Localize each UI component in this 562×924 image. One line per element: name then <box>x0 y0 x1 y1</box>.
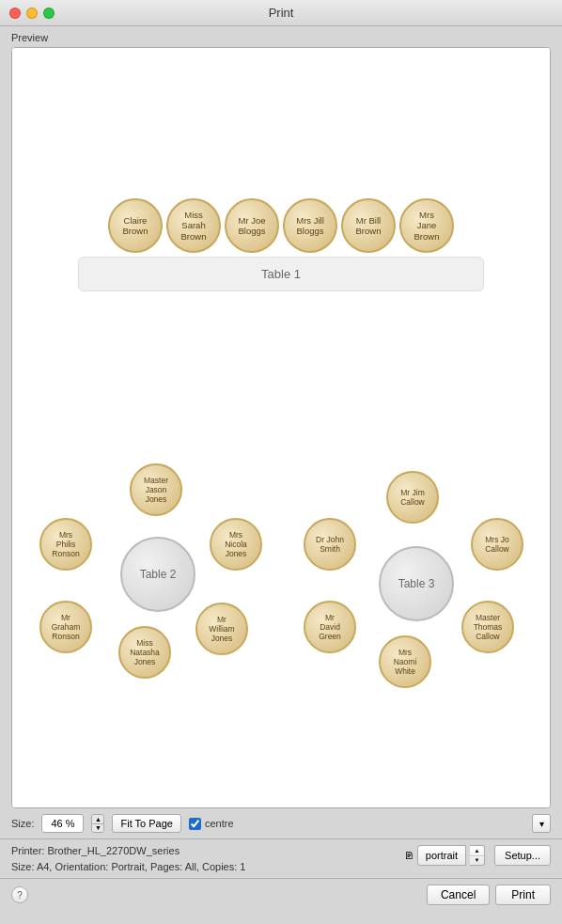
size-label: Size: <box>11 818 34 829</box>
help-button[interactable]: ? <box>11 886 28 903</box>
window-title: Print <box>269 6 294 20</box>
seat-mr-jim-callow: Mr JimCallow <box>386 471 439 524</box>
size-stepper[interactable]: ▲ ▼ <box>91 814 104 833</box>
table1-seats-row: ClaireBrown MissSarahBrown Mr JoeBloggs … <box>78 198 484 253</box>
dropdown-button[interactable]: ▾ <box>532 814 551 833</box>
seat-mr-william-jones: MrWilliamJones <box>195 603 248 655</box>
table1-section: ClaireBrown MissSarahBrown Mr JoeBloggs … <box>78 198 484 291</box>
seat-mrs-nicola-jones: MrsNicolaJones <box>210 518 262 571</box>
centre-label: centre <box>205 818 234 829</box>
seat-mrs-jo-callow: Mrs JoCallow <box>471 518 523 571</box>
size-controls-row: Size: ▲ ▼ Fit To Page centre ▾ <box>0 808 562 838</box>
size-input[interactable] <box>41 814 84 833</box>
seat-mr-graham-ronson: MrGrahamRonson <box>39 601 92 653</box>
seat-dr-john-smith: Dr JohnSmith <box>304 518 356 571</box>
maximize-button[interactable] <box>43 8 55 19</box>
printer-line2: Size: A4, Orientation: Portrait, Pages: … <box>11 859 245 875</box>
seat-mrs-naomi-white: MrsNaomiWhite <box>379 635 431 688</box>
seat-master-thomas-callow: MasterThomasCallow <box>461 601 514 653</box>
table2-section: Table 2 MasterJasonJones MrsNicolaJones … <box>36 433 261 697</box>
table1-label: Table 1 <box>78 257 484 291</box>
stepper-up[interactable]: ▲ <box>92 815 103 824</box>
table2-center: Table 2 <box>120 537 195 612</box>
portrait-stepper[interactable]: ▲ ▼ <box>470 845 485 866</box>
table3-center: Table 3 <box>379 546 454 621</box>
seat-mr-joe-bloggs: Mr JoeBloggs <box>225 198 279 253</box>
table3-section: Table 3 Mr JimCallow Mrs JoCallow Master… <box>304 443 529 706</box>
minimize-button[interactable] <box>26 8 38 19</box>
seat-miss-natasha-jones: MissNatashaJones <box>118 626 171 679</box>
seat-mrs-philis-ronson: MrsPhilisRonson <box>39 518 92 571</box>
seat-mr-bill-brown: Mr BillBrown <box>341 198 396 253</box>
portrait-down[interactable]: ▼ <box>470 856 484 866</box>
seat-mrs-jill-bloggs: Mrs JillBloggs <box>283 198 337 253</box>
cancel-button[interactable]: Cancel <box>427 885 490 905</box>
seat-claire-brown: ClaireBrown <box>108 198 163 253</box>
seat-master-jason-jones: MasterJasonJones <box>130 463 182 516</box>
centre-checkbox[interactable] <box>189 818 201 830</box>
table3-cluster: Table 3 Mr JimCallow Mrs JoCallow Master… <box>304 443 529 706</box>
preview-label: Preview <box>0 26 562 47</box>
printer-line1: Printer: Brother_HL_2270DW_series <box>11 843 245 859</box>
centre-checkbox-label[interactable]: centre <box>189 818 234 830</box>
print-button[interactable]: Print <box>495 885 551 905</box>
stepper-down[interactable]: ▼ <box>92 824 103 833</box>
seat-miss-sarah-brown: MissSarahBrown <box>166 198 221 253</box>
printer-info: Printer: Brother_HL_2270DW_series Size: … <box>11 843 245 874</box>
seat-mr-david-green: MrDavidGreen <box>304 601 356 653</box>
portrait-button[interactable]: portrait <box>417 845 466 866</box>
seat-mrs-jane-brown: MrsJaneBrown <box>399 198 454 253</box>
setup-button[interactable]: Setup... <box>494 845 551 866</box>
table2-cluster: Table 2 MasterJasonJones MrsNicolaJones … <box>36 433 261 697</box>
portrait-icon: 🖹 <box>404 851 414 861</box>
fit-to-page-button[interactable]: Fit To Page <box>112 814 180 833</box>
close-button[interactable] <box>9 8 21 19</box>
action-row: ? Cancel Print <box>0 879 562 911</box>
traffic-lights <box>9 8 55 19</box>
portrait-up[interactable]: ▲ <box>470 846 484 856</box>
page-content: ClaireBrown MissSarahBrown Mr JoeBloggs … <box>12 48 550 807</box>
title-bar: Print <box>0 0 562 26</box>
preview-area: ClaireBrown MissSarahBrown Mr JoeBloggs … <box>11 47 551 808</box>
